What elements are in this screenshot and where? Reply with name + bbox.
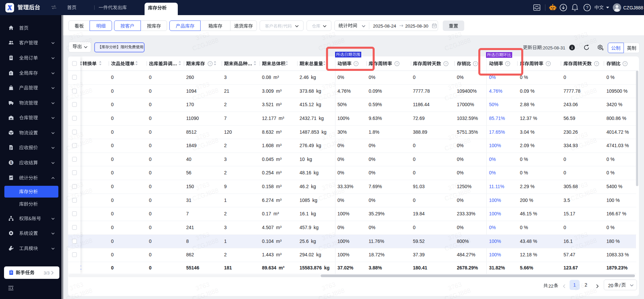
svg-text:?: ?	[209, 62, 211, 66]
svg-text:?: ?	[547, 62, 549, 66]
svg-text:S: S	[10, 161, 12, 165]
svg-text:?: ?	[596, 62, 597, 66]
svg-text:?: ?	[445, 62, 447, 66]
svg-text:?: ?	[624, 62, 626, 66]
svg-text:?: ?	[396, 62, 398, 66]
svg-text:?: ?	[475, 62, 476, 66]
svg-text:?: ?	[586, 5, 588, 10]
